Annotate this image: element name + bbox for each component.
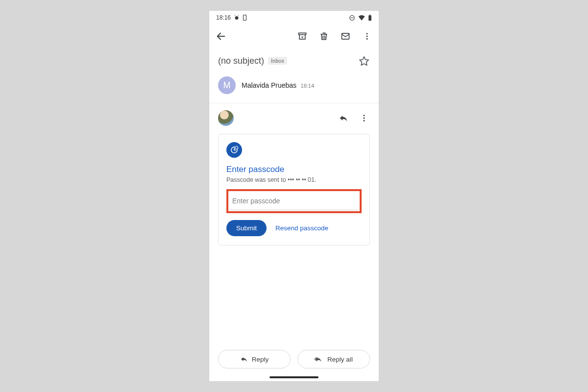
star-button[interactable] <box>358 55 370 67</box>
annotation-highlight <box>226 189 362 213</box>
submit-button[interactable]: Submit <box>226 220 267 236</box>
svg-point-17 <box>364 120 365 122</box>
sender-time: 18:14 <box>301 83 315 89</box>
battery-icon <box>368 15 372 21</box>
svg-point-16 <box>364 118 365 119</box>
svg-rect-4 <box>368 15 371 21</box>
recipient-avatar[interactable] <box>218 110 234 126</box>
card-title: Enter passcode <box>226 165 362 174</box>
svg-point-19 <box>235 147 238 149</box>
confidential-icon <box>226 142 242 158</box>
sender-avatar[interactable]: M <box>218 76 236 94</box>
email-subject: (no subject) <box>218 56 264 66</box>
overflow-menu-button[interactable] <box>361 30 373 42</box>
subject-row: (no subject) Inbox <box>209 48 379 72</box>
svg-rect-7 <box>299 33 306 34</box>
reply-icon-button[interactable] <box>338 112 349 124</box>
svg-point-15 <box>364 115 365 116</box>
confidential-mode-card: Enter passcode Passcode was sent to ••• … <box>218 134 370 245</box>
svg-marker-14 <box>360 57 368 65</box>
mark-unread-button[interactable] <box>340 30 351 42</box>
svg-point-13 <box>367 38 368 40</box>
sender-initial: M <box>223 80 231 91</box>
svg-point-0 <box>235 16 239 20</box>
message-header-row <box>209 103 379 130</box>
bottom-action-bar: Reply Reply all <box>209 350 379 376</box>
device-icon <box>243 15 247 21</box>
message-overflow-button[interactable] <box>358 112 370 124</box>
sender-name: Malavida Pruebas <box>242 81 296 89</box>
archive-button[interactable] <box>296 30 308 42</box>
inbox-label-chip[interactable]: Inbox <box>268 57 287 65</box>
card-subtitle: Passcode was sent to ••• •• •• 01. <box>226 176 362 183</box>
back-button[interactable] <box>215 30 227 42</box>
svg-rect-1 <box>244 15 246 21</box>
reply-label: Reply <box>252 356 269 363</box>
phone-frame: 18:16 <box>209 11 379 381</box>
resend-passcode-link[interactable]: Resend passcode <box>275 224 328 232</box>
reply-all-label: Reply all <box>327 356 353 363</box>
svg-rect-5 <box>369 15 371 15</box>
app-bar <box>209 24 379 48</box>
svg-point-12 <box>367 36 368 37</box>
delete-button[interactable] <box>318 30 330 42</box>
reply-button[interactable]: Reply <box>218 350 291 368</box>
passcode-input[interactable] <box>229 192 359 210</box>
status-bar: 18:16 <box>209 11 379 24</box>
sender-row[interactable]: M Malavida Pruebas 18:14 <box>209 72 379 103</box>
reply-all-button[interactable]: Reply all <box>297 350 370 368</box>
svg-point-11 <box>367 33 368 34</box>
alarm-icon <box>234 15 240 21</box>
dnd-icon <box>349 15 355 21</box>
status-time: 18:16 <box>216 14 231 21</box>
gesture-nav-handle[interactable] <box>270 376 318 378</box>
wifi-icon <box>358 15 365 21</box>
